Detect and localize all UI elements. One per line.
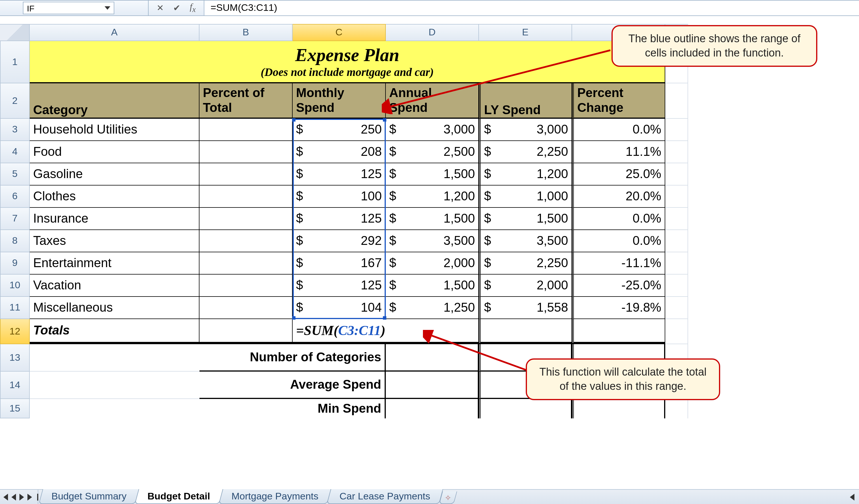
cell-a14[interactable] bbox=[30, 372, 199, 399]
tab-budget-summary[interactable]: Budget Summary bbox=[39, 489, 139, 504]
cell-g5[interactable] bbox=[665, 163, 688, 186]
cell-b12[interactable] bbox=[199, 319, 292, 344]
insert-function-icon[interactable]: fx bbox=[190, 2, 196, 14]
cell-g2[interactable] bbox=[665, 83, 688, 119]
row-header-3[interactable]: 3 bbox=[0, 119, 30, 141]
cancel-formula-icon[interactable]: ✕ bbox=[156, 3, 164, 13]
tab-first-icon[interactable] bbox=[3, 493, 8, 500]
cell-ly[interactable]: $1,500 bbox=[479, 208, 572, 230]
cell-g12[interactable] bbox=[665, 319, 688, 344]
row-header-9[interactable]: 9 bbox=[0, 252, 30, 274]
cell-annual[interactable]: $3,500 bbox=[386, 230, 479, 252]
cell-g7[interactable] bbox=[665, 208, 688, 230]
cell-annual[interactable]: $1,200 bbox=[386, 186, 479, 208]
tab-budget-detail[interactable]: Budget Detail bbox=[135, 489, 223, 504]
cell-category[interactable]: Insurance bbox=[30, 208, 199, 230]
cell-pct-change[interactable]: -19.8% bbox=[572, 297, 665, 319]
cell-annual[interactable]: $1,500 bbox=[386, 274, 479, 297]
cell-f12[interactable] bbox=[572, 319, 665, 344]
cell-g11[interactable] bbox=[665, 297, 688, 319]
select-all-button[interactable] bbox=[0, 24, 30, 41]
name-box[interactable]: IF bbox=[23, 2, 114, 14]
cell-g4[interactable] bbox=[665, 141, 688, 163]
cell-monthly[interactable]: $125 bbox=[292, 208, 386, 230]
header-category[interactable]: Category bbox=[30, 83, 199, 119]
cell-ly[interactable]: $1,000 bbox=[479, 186, 572, 208]
cell-monthly[interactable]: $208 bbox=[292, 141, 386, 163]
tab-last-icon[interactable] bbox=[27, 493, 32, 500]
cell-category[interactable]: Clothes bbox=[30, 186, 199, 208]
row-header-7[interactable]: 7 bbox=[0, 208, 30, 230]
cell-g8[interactable] bbox=[665, 230, 688, 252]
cell-d15[interactable] bbox=[386, 399, 479, 419]
cell-monthly[interactable]: $292 bbox=[292, 230, 386, 252]
cell-annual[interactable]: $1,250 bbox=[386, 297, 479, 319]
row-header-12[interactable]: 12 bbox=[0, 319, 30, 344]
cell-category[interactable]: Miscellaneous bbox=[30, 297, 199, 319]
cell-a15[interactable] bbox=[30, 399, 199, 419]
cell-g10[interactable] bbox=[665, 274, 688, 297]
cell-a13[interactable] bbox=[30, 344, 199, 372]
cell-pct-change[interactable]: 20.0% bbox=[572, 186, 665, 208]
row-header-14[interactable]: 14 bbox=[0, 372, 30, 399]
cell-percent-total[interactable] bbox=[199, 119, 292, 141]
row-header-11[interactable]: 11 bbox=[0, 297, 30, 319]
cell-pct-change[interactable]: -25.0% bbox=[572, 274, 665, 297]
tab-mortgage-payments[interactable]: Mortgage Payments bbox=[218, 489, 331, 504]
cell-annual[interactable]: $2,000 bbox=[386, 252, 479, 274]
cell-monthly[interactable]: $250 bbox=[292, 119, 386, 141]
cell-pct-change[interactable]: 25.0% bbox=[572, 163, 665, 186]
cell-monthly[interactable]: $125 bbox=[292, 163, 386, 186]
new-sheet-button[interactable]: ✧ bbox=[439, 491, 457, 504]
cell-pct-change[interactable]: 11.1% bbox=[572, 141, 665, 163]
tab-scroll-left-icon[interactable] bbox=[850, 493, 855, 500]
cell-percent-total[interactable] bbox=[199, 163, 292, 186]
header-monthly-spend[interactable]: MonthlySpend bbox=[292, 83, 386, 119]
row-header-13[interactable]: 13 bbox=[0, 344, 30, 372]
cell-percent-total[interactable] bbox=[199, 252, 292, 274]
cell-g15[interactable] bbox=[665, 399, 688, 419]
row-header-2[interactable]: 2 bbox=[0, 83, 30, 119]
cell-e15[interactable] bbox=[479, 399, 572, 419]
row-header-8[interactable]: 8 bbox=[0, 230, 30, 252]
cell-pct-change[interactable]: 0.0% bbox=[572, 119, 665, 141]
header-percent-total[interactable]: Percent ofTotal bbox=[199, 83, 292, 119]
cell-pct-change[interactable]: 0.0% bbox=[572, 230, 665, 252]
cell-category[interactable]: Entertainment bbox=[30, 252, 199, 274]
cell-annual[interactable]: $2,500 bbox=[386, 141, 479, 163]
cell-g9[interactable] bbox=[665, 252, 688, 274]
row-header-15[interactable]: 15 bbox=[0, 399, 30, 419]
cell-ly[interactable]: $2,250 bbox=[479, 252, 572, 274]
cell-category[interactable]: Taxes bbox=[30, 230, 199, 252]
cell-monthly[interactable]: $104 bbox=[292, 297, 386, 319]
name-box-dropdown-icon[interactable] bbox=[105, 6, 110, 10]
label-number-categories[interactable]: Number of Categories bbox=[199, 344, 386, 372]
cell-g6[interactable] bbox=[665, 186, 688, 208]
tab-prev-icon[interactable] bbox=[12, 493, 16, 500]
cell-ly[interactable]: $3,500 bbox=[479, 230, 572, 252]
label-average-spend[interactable]: Average Spend bbox=[199, 372, 386, 399]
cell-annual[interactable]: $1,500 bbox=[386, 163, 479, 186]
totals-label[interactable]: Totals bbox=[30, 319, 199, 344]
cell-percent-total[interactable] bbox=[199, 186, 292, 208]
row-header-5[interactable]: 5 bbox=[0, 163, 30, 186]
cell-ly[interactable]: $1,200 bbox=[479, 163, 572, 186]
cell-category[interactable]: Household Utilities bbox=[30, 119, 199, 141]
column-header-b[interactable]: B bbox=[199, 24, 292, 41]
cell-category[interactable]: Vacation bbox=[30, 274, 199, 297]
column-header-e[interactable]: E bbox=[479, 24, 572, 41]
column-header-c[interactable]: C bbox=[292, 24, 386, 41]
column-header-a[interactable]: A bbox=[30, 24, 199, 41]
cell-f15[interactable] bbox=[572, 399, 665, 419]
tab-car-lease-payments[interactable]: Car Lease Payments bbox=[327, 489, 443, 504]
row-header-4[interactable]: 4 bbox=[0, 141, 30, 163]
cell-percent-total[interactable] bbox=[199, 297, 292, 319]
cell-monthly[interactable]: $125 bbox=[292, 274, 386, 297]
cell-ly[interactable]: $3,000 bbox=[479, 119, 572, 141]
row-header-10[interactable]: 10 bbox=[0, 274, 30, 297]
cell-percent-total[interactable] bbox=[199, 208, 292, 230]
cell-monthly[interactable]: $167 bbox=[292, 252, 386, 274]
formula-input[interactable]: =SUM(C3:C11) bbox=[204, 1, 859, 15]
cell-monthly[interactable]: $100 bbox=[292, 186, 386, 208]
cell-percent-total[interactable] bbox=[199, 230, 292, 252]
